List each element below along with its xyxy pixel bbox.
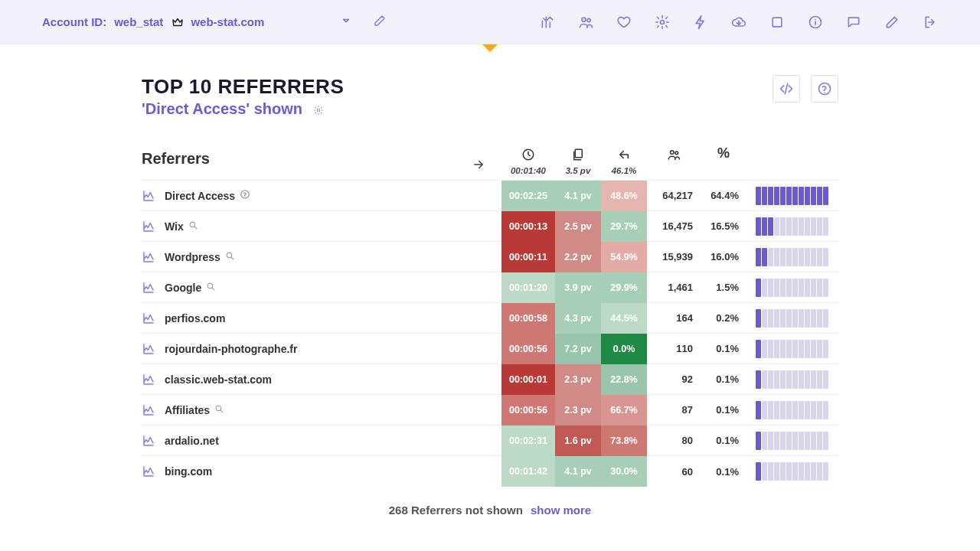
crown-icon bbox=[171, 15, 185, 29]
footer-note: 268 Referrers not shown show more bbox=[142, 504, 838, 517]
chart-icon[interactable] bbox=[142, 373, 165, 386]
info-icon[interactable] bbox=[808, 15, 823, 30]
visitors-icon bbox=[647, 148, 701, 161]
compose-icon[interactable] bbox=[884, 15, 900, 30]
col-pageviews[interactable]: 3.5 pv bbox=[555, 148, 601, 175]
referrer-name[interactable]: Affiliates bbox=[165, 404, 456, 416]
spark-bar bbox=[799, 248, 804, 266]
spark-bar bbox=[817, 248, 822, 266]
pv-cell: 4.3 pv bbox=[555, 303, 601, 334]
spark-bar bbox=[762, 432, 767, 450]
referrer-name[interactable]: Google bbox=[165, 282, 456, 294]
edit-icon[interactable] bbox=[373, 14, 387, 31]
table-row[interactable]: perfios.com00:00:584.3 pv44.5%1640.2% bbox=[142, 303, 838, 334]
spark-bar bbox=[805, 279, 810, 297]
users-icon[interactable] bbox=[578, 15, 593, 30]
spark-bar bbox=[823, 370, 828, 389]
referrer-name[interactable]: ardalio.net bbox=[165, 435, 456, 447]
account-id-label: Account ID: bbox=[42, 15, 106, 28]
chart-icon[interactable] bbox=[142, 250, 165, 264]
magnify-icon[interactable] bbox=[225, 251, 235, 263]
spark-bar bbox=[762, 370, 767, 389]
col-percent[interactable]: % bbox=[701, 145, 746, 175]
spark-bar bbox=[756, 309, 761, 328]
spark-bar bbox=[780, 432, 786, 450]
referrer-name[interactable]: rojourdain-photographe.fr bbox=[165, 343, 456, 355]
spark-bar bbox=[768, 217, 773, 236]
show-more-link[interactable]: show more bbox=[531, 504, 591, 517]
help-button[interactable] bbox=[811, 75, 838, 103]
chart-icon[interactable] bbox=[142, 465, 165, 478]
svg-point-0 bbox=[582, 18, 586, 21]
referrer-name[interactable]: Wordpress bbox=[165, 251, 456, 263]
heart-icon[interactable] bbox=[616, 15, 632, 30]
spark-bar bbox=[799, 340, 804, 358]
referrer-name[interactable]: classic.web-stat.com bbox=[165, 373, 456, 386]
time-cell: 00:01:20 bbox=[501, 272, 555, 303]
cloud-download-icon[interactable] bbox=[731, 15, 746, 30]
embed-code-button[interactable] bbox=[773, 75, 800, 103]
table-row[interactable]: classic.web-stat.com00:00:012.3 pv22.8%9… bbox=[142, 364, 838, 395]
bolt-icon[interactable] bbox=[693, 15, 708, 30]
spark-bar bbox=[792, 279, 798, 297]
referrer-name[interactable]: perfios.com bbox=[165, 312, 456, 324]
spark-bar bbox=[774, 401, 779, 419]
gear-icon[interactable] bbox=[655, 15, 670, 30]
chart-icon[interactable] bbox=[142, 403, 165, 417]
spark-bar bbox=[756, 432, 761, 450]
chart-icon[interactable] bbox=[142, 220, 165, 233]
time-cell: 00:02:25 bbox=[501, 181, 555, 211]
chart-icon[interactable] bbox=[142, 189, 165, 203]
bounce-cell: 54.9% bbox=[601, 242, 647, 272]
referrer-name[interactable]: Direct Access bbox=[165, 189, 456, 202]
referrer-name[interactable]: bing.com bbox=[165, 465, 456, 478]
magnify-icon[interactable] bbox=[188, 220, 198, 233]
table-row[interactable]: Affiliates00:00:562.3 pv66.7%870.1% bbox=[142, 395, 838, 425]
col-time[interactable]: 00:01:40 bbox=[501, 148, 555, 175]
svg-point-15 bbox=[216, 406, 221, 411]
spark-bar bbox=[762, 217, 767, 236]
bounce-cell: 44.5% bbox=[601, 303, 647, 334]
bounce-cell: 0.0% bbox=[601, 334, 647, 364]
site-name[interactable]: web-stat.com bbox=[191, 15, 264, 28]
help-icon[interactable] bbox=[240, 189, 250, 202]
spark-bar bbox=[811, 187, 816, 205]
spark-bar bbox=[786, 309, 792, 328]
stats-icon[interactable] bbox=[540, 15, 555, 30]
table-row[interactable]: Direct Access00:02:254.1 pv48.6%64,21764… bbox=[142, 181, 838, 211]
spark-bar bbox=[768, 187, 773, 205]
pages-icon bbox=[555, 148, 601, 161]
site-dropdown-caret[interactable] bbox=[341, 15, 351, 29]
magnify-icon[interactable] bbox=[206, 282, 216, 294]
magnify-icon[interactable] bbox=[214, 404, 224, 416]
spark-bar bbox=[774, 248, 779, 266]
bounce-icon bbox=[601, 148, 647, 161]
referrer-name[interactable]: Wix bbox=[165, 220, 456, 233]
sparkline bbox=[746, 272, 838, 303]
table-row[interactable]: Google00:01:203.9 pv29.9%1,4611.5% bbox=[142, 272, 838, 303]
visits-cell: 164 bbox=[647, 303, 701, 334]
col-visits[interactable] bbox=[647, 148, 701, 175]
spark-bar bbox=[811, 370, 816, 389]
table-row[interactable]: ardalio.net00:02:311.6 pv73.8%800.1% bbox=[142, 425, 838, 456]
percent-cell: 0.2% bbox=[701, 303, 746, 334]
spark-bar bbox=[774, 340, 779, 358]
spark-bar bbox=[792, 340, 798, 358]
logout-icon[interactable] bbox=[923, 15, 938, 30]
spark-bar bbox=[786, 279, 792, 297]
subtitle-gear-icon[interactable] bbox=[313, 105, 324, 116]
visits-cell: 64,217 bbox=[647, 181, 701, 211]
chart-icon[interactable] bbox=[142, 342, 165, 356]
pv-cell: 1.6 pv bbox=[555, 425, 601, 456]
table-row[interactable]: Wordpress00:00:112.2 pv54.9%15,93916.0% bbox=[142, 242, 838, 272]
table-row[interactable]: bing.com00:01:424.1 pv30.0%600.1% bbox=[142, 456, 838, 487]
table-row[interactable]: Wix00:00:132.5 pv29.7%16,47516.5% bbox=[142, 211, 838, 242]
chart-icon[interactable] bbox=[142, 281, 165, 295]
spark-bar bbox=[799, 432, 804, 450]
col-bounce[interactable]: 46.1% bbox=[601, 148, 647, 175]
chart-icon[interactable] bbox=[142, 434, 165, 448]
chart-icon[interactable] bbox=[142, 311, 165, 325]
table-row[interactable]: rojourdain-photographe.fr00:00:567.2 pv0… bbox=[142, 334, 838, 364]
chat-icon[interactable] bbox=[846, 15, 861, 30]
square-icon[interactable] bbox=[769, 15, 785, 30]
